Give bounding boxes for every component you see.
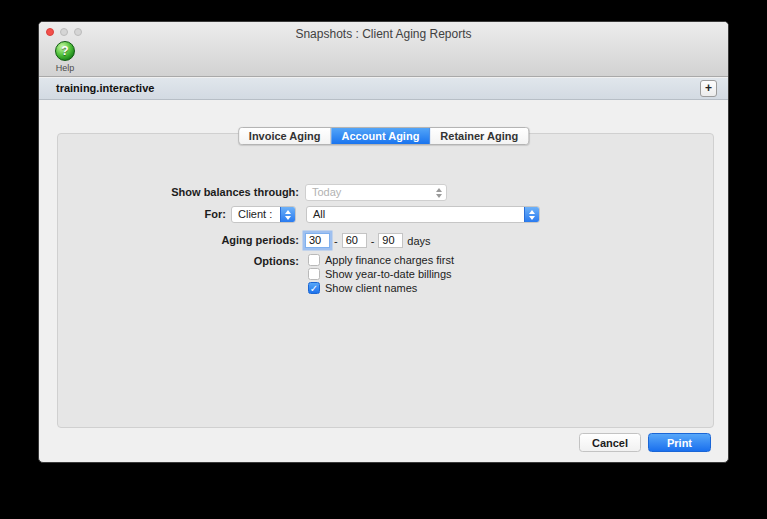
option-label: Apply finance charges first xyxy=(325,254,454,266)
tab-account-aging[interactable]: Account Aging xyxy=(332,128,431,144)
aging-separator: - xyxy=(371,235,375,247)
chevron-up-down-icon xyxy=(431,185,446,200)
window-title: Snapshots : Client Aging Reports xyxy=(39,27,728,41)
option-label: Show client names xyxy=(325,282,417,294)
help-question-icon: ? xyxy=(55,41,75,61)
aging-period-3-input[interactable]: 90 xyxy=(378,233,403,248)
for-label: For: xyxy=(39,208,226,220)
titlebar: Snapshots : Client Aging Reports ? Help xyxy=(39,22,728,77)
tab-panel xyxy=(57,133,714,428)
cancel-button[interactable]: Cancel xyxy=(579,433,641,452)
tab-retainer-aging[interactable]: Retainer Aging xyxy=(430,128,528,144)
show-balances-select[interactable]: Today xyxy=(305,184,447,201)
add-button[interactable]: + xyxy=(700,80,717,97)
tab-invoice-aging[interactable]: Invoice Aging xyxy=(239,128,332,144)
for-target-value: All xyxy=(313,208,325,220)
checkbox-unchecked-icon[interactable] xyxy=(308,254,320,266)
for-type-select[interactable]: Client : xyxy=(231,206,296,223)
help-button-label: Help xyxy=(47,63,83,73)
option-show-ytd-billings[interactable]: Show year-to-date billings xyxy=(308,268,452,280)
checkbox-unchecked-icon[interactable] xyxy=(308,268,320,280)
aging-days-suffix: days xyxy=(407,235,430,247)
for-target-select[interactable]: All xyxy=(306,206,540,223)
print-button[interactable]: Print xyxy=(648,433,711,452)
aging-separator: - xyxy=(334,235,338,247)
session-name: training.interactive xyxy=(56,82,154,94)
chevron-up-down-icon xyxy=(524,207,539,222)
options-label: Options: xyxy=(39,255,299,267)
checkbox-checked-icon[interactable]: ✓ xyxy=(308,282,320,294)
option-show-client-names[interactable]: ✓ Show client names xyxy=(308,282,417,294)
chevron-up-down-icon xyxy=(280,207,295,222)
aging-periods-label: Aging periods: xyxy=(39,234,299,246)
aging-periods-group: 30 - 60 - 90 days xyxy=(305,233,431,248)
aging-period-2-input[interactable]: 60 xyxy=(342,233,367,248)
for-type-value: Client : xyxy=(238,208,272,220)
aging-period-1-input[interactable]: 30 xyxy=(305,233,330,248)
help-button[interactable]: ? Help xyxy=(47,41,83,73)
show-balances-value: Today xyxy=(312,186,341,198)
session-bar: training.interactive + xyxy=(39,78,728,100)
report-type-tabs: Invoice Aging Account Aging Retainer Agi… xyxy=(238,127,529,145)
option-apply-finance-charges[interactable]: Apply finance charges first xyxy=(308,254,454,266)
show-balances-label: Show balances through: xyxy=(39,186,299,198)
app-window: Snapshots : Client Aging Reports ? Help … xyxy=(38,21,729,463)
option-label: Show year-to-date billings xyxy=(325,268,452,280)
